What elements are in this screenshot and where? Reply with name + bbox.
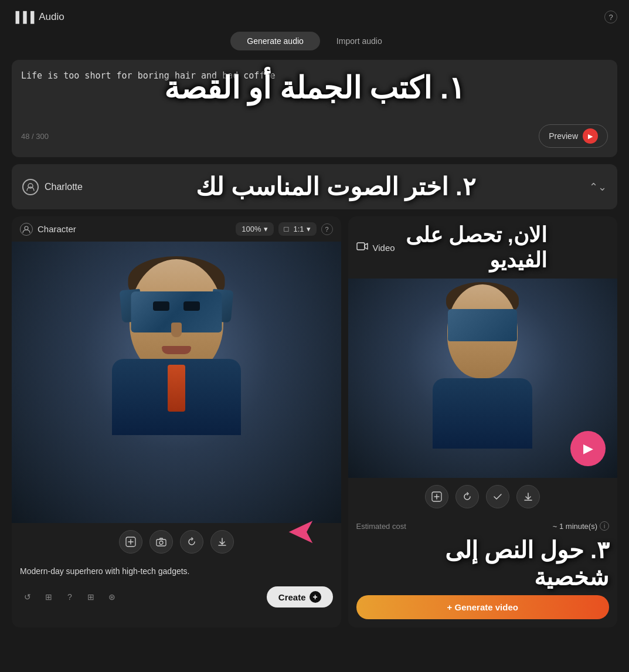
refresh-button[interactable] [180, 530, 203, 554]
character-label: Character [38, 224, 76, 234]
video-image-wrapper: ▶ [348, 279, 617, 478]
grid-button[interactable]: ⊞ [41, 589, 56, 605]
aspect-dropdown[interactable]: □ 1:1 ▾ [278, 222, 317, 236]
video-action-3[interactable] [486, 485, 509, 508]
character-panel: Character 100% ▾ □ 1:1 ▾ ? [12, 216, 341, 627]
create-plus-icon: + [310, 591, 321, 603]
video-play-button[interactable]: ▶ [570, 431, 606, 466]
zoom-dropdown[interactable]: 100% ▾ [236, 222, 273, 236]
estimated-cost-label: Estimated cost [356, 522, 406, 531]
video-action-4[interactable] [516, 485, 540, 508]
video-bottom: Estimated cost ~ 1 minute(s) i ٣. حول ال… [348, 515, 617, 627]
camera-button[interactable] [149, 530, 173, 554]
audio-title: ▐▐▐ Audio [12, 11, 64, 23]
svg-point-1 [25, 226, 28, 230]
video-label: Video [373, 243, 395, 253]
character-image [12, 242, 341, 523]
video-icon [356, 240, 368, 255]
undo-button[interactable]: ↺ [20, 589, 35, 605]
prompt-row [12, 561, 341, 582]
voice-name-label: Charlotte [45, 182, 83, 192]
voice-selector[interactable]: Charlotte ٢. اختر الصوت المناسب لك ⌃⌄ [12, 164, 617, 209]
generate-video-button[interactable]: + Generate video [356, 595, 609, 619]
zoom-chevron-icon: ▾ [264, 225, 268, 233]
char-panel-left: Character [20, 223, 76, 236]
story-input[interactable]: Life is too short for boring hair and ba… [21, 69, 608, 116]
voice-left: Charlotte [22, 179, 83, 195]
generate-audio-tab[interactable]: Generate audio [230, 32, 320, 50]
character-icon [20, 223, 33, 236]
toolbar-left: ↺ ⊞ ? ⊞ ⊛ [20, 589, 120, 605]
char-panel-controls: 100% ▾ □ 1:1 ▾ ? [236, 222, 332, 236]
svg-point-4 [159, 541, 163, 545]
svg-rect-3 [157, 539, 166, 546]
arabic-step3-bottom: ٣. حول النص إلىشخصية [356, 537, 609, 590]
video-action-toolbar [348, 478, 617, 515]
video-panel: Video الان, تحصل علىالفيديو ▶ [348, 216, 617, 627]
aspect-chevron-icon: ▾ [307, 225, 311, 233]
settings-button[interactable]: ⊞ [83, 589, 98, 605]
bottom-toolbar: ↺ ⊞ ? ⊞ ⊛ Create + [12, 582, 341, 616]
video-action-1[interactable] [425, 485, 448, 508]
import-audio-tab[interactable]: Import audio [320, 32, 399, 50]
char-action-toolbar [12, 523, 341, 561]
download-button[interactable] [210, 530, 234, 554]
info-button[interactable]: ? [62, 589, 77, 605]
estimated-cost-value: ~ 1 minute(s) i [553, 521, 609, 531]
preview-play-icon: ▶ [583, 128, 598, 144]
voice-chevron-icon: ⌃⌄ [589, 181, 607, 194]
image-upload-button[interactable] [119, 530, 142, 554]
char-help-icon[interactable]: ? [321, 223, 333, 235]
video-action-2[interactable] [455, 485, 479, 508]
preview-button[interactable]: Preview ▶ [539, 124, 608, 148]
help-button[interactable]: ? [604, 11, 617, 23]
text-input-container: Life is too short for boring hair and ba… [12, 60, 617, 157]
create-button[interactable]: Create + [267, 586, 333, 607]
video-panel-header: Video الان, تحصل علىالفيديو [348, 216, 617, 279]
audio-icon: ▐▐▐ [12, 11, 34, 23]
prompt-input[interactable] [20, 566, 333, 576]
arabic-step3-label: الان, تحصل علىالفيديو [406, 222, 547, 273]
svg-rect-5 [357, 243, 365, 250]
voice-avatar-icon [22, 179, 39, 195]
effects-button[interactable]: ⊛ [104, 589, 120, 605]
char-counter: 48 / 300 [21, 132, 49, 141]
video-preview-image: ▶ [348, 279, 617, 478]
arabic-step2-label: ٢. اختر الصوت المناسب لك [196, 172, 475, 201]
cost-info-icon: i [600, 521, 609, 531]
